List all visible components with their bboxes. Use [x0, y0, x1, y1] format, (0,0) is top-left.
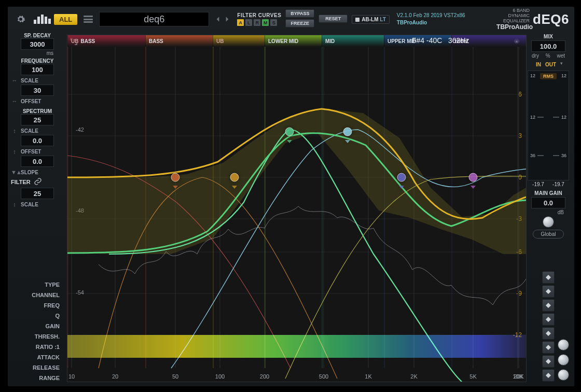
band-header-segment[interactable]: MID [322, 35, 384, 47]
svg-point-41 [397, 173, 406, 181]
svg-text:20: 20 [112, 373, 118, 380]
param-label-attack: ATTACK [11, 352, 64, 362]
mix-pct-label: % [546, 53, 550, 59]
meter-in-button[interactable]: IN [534, 61, 543, 68]
freq-offset-label: OFFSET [21, 99, 41, 104]
freeze-button[interactable]: FREEZE [285, 19, 314, 27]
svg-text:2K: 2K [410, 373, 418, 380]
reset-button[interactable]: RESET [319, 15, 348, 23]
filter-curve-s[interactable]: S [270, 19, 277, 26]
svg-text:-54: -54 [76, 289, 84, 296]
svg-point-37 [171, 173, 179, 181]
meter-mode-rms[interactable]: RMS [540, 73, 557, 79]
filter-link-icon[interactable] [34, 177, 42, 187]
ablm-suffix: LT [380, 17, 385, 22]
value-stepper[interactable] [542, 299, 555, 312]
main-gain-unit: dB [525, 209, 571, 215]
svg-text:1K: 1K [365, 373, 372, 380]
svg-text:-9: -9 [516, 290, 522, 297]
slope-label: SLOPE [21, 170, 38, 175]
spectrum-value[interactable]: 25 [21, 114, 54, 125]
value-stepper[interactable] [542, 369, 555, 382]
filter-curve-l[interactable]: L [245, 19, 252, 26]
meter-expand-icon[interactable]: ▾ [560, 61, 563, 68]
param-knob[interactable] [558, 339, 569, 351]
param-label-type: TYPE [11, 279, 64, 290]
spectrum-label: SPECTRUM [23, 108, 52, 114]
spec-scale-label: SCALE [21, 128, 38, 134]
spec-offset-label: OFFSET [21, 149, 41, 155]
sp-decay-value[interactable]: 3000 [21, 38, 54, 50]
filter-curve-a[interactable]: A [237, 19, 244, 26]
meter-tick: 36 [530, 153, 535, 158]
band-header-segment[interactable]: BASS [145, 35, 213, 47]
spec-scale-value[interactable]: 0.0 [21, 135, 54, 146]
value-stepper[interactable] [542, 355, 555, 368]
value-stepper[interactable] [542, 341, 555, 354]
meter-readout-r: -19.7 [552, 181, 564, 187]
analyzer-bars-icon[interactable] [34, 15, 52, 24]
param-label-channel: CHANNEL [11, 290, 64, 300]
sp-decay-unit: ms [21, 50, 53, 56]
band-all-button[interactable]: ALL [54, 14, 77, 25]
param-label-q: Q [11, 311, 64, 321]
spec-offset-value[interactable]: 0.0 [21, 156, 54, 167]
product-logo: dEQ6 [533, 11, 569, 27]
filter-value[interactable]: 25 [21, 188, 54, 199]
global-button[interactable]: Global [533, 230, 564, 239]
param-label-thresh-: THRESH. [11, 331, 64, 342]
meter-tick: 36 [561, 153, 566, 158]
meter-tick: 12 [530, 115, 535, 120]
preset-display[interactable]: deq6 [99, 12, 209, 26]
ablm-label: AB-LM [362, 17, 378, 22]
main-gain-value[interactable]: 0.0 [531, 197, 565, 208]
version-label: V2.1.0 Feb 28 2019 VST2x86 [397, 12, 465, 19]
band-header-segment[interactable]: LOWER MID [265, 35, 322, 47]
frequency-value[interactable]: 100 [21, 64, 54, 75]
freq-scale-label: SCALE [21, 78, 38, 83]
composite-fill [67, 109, 526, 254]
freq-scale-value[interactable]: 30 [21, 85, 54, 96]
band-header-segment[interactable]: UBBASS [67, 35, 145, 47]
svg-text:5K: 5K [469, 373, 477, 380]
svg-text:10: 10 [68, 373, 75, 380]
svg-text:100: 100 [215, 373, 225, 380]
brand-link[interactable]: TBProAudio [397, 19, 465, 26]
svg-point-42 [469, 173, 477, 181]
bypass-button[interactable]: BYPASS [285, 9, 314, 18]
mix-wet-label: wet [557, 53, 565, 59]
filter-curves-toggles: A L R M S [237, 19, 281, 26]
value-stepper[interactable] [542, 285, 555, 298]
ablm-button[interactable]: AB-LM LT [352, 15, 389, 24]
param-label-gain: GAIN [11, 321, 64, 331]
param-knob[interactable] [558, 354, 569, 366]
meter-out-button[interactable]: OUT [543, 61, 558, 68]
product-tagline: 6 BANDDYNAMICEQUALIZER [496, 8, 530, 23]
knob-main[interactable] [543, 216, 554, 228]
filter-scale-label: SCALE [21, 202, 38, 207]
menu-icon[interactable] [84, 16, 93, 23]
svg-text:50: 50 [172, 373, 178, 380]
preset-next-icon[interactable] [224, 16, 230, 22]
filter-curve-m[interactable]: M [262, 19, 269, 26]
filter-label: FILTER [11, 179, 31, 185]
eq-chart[interactable]: 630-3-6-9-12 -42-48-54 [67, 47, 526, 382]
svg-rect-36 [67, 335, 526, 358]
frequency-label: FREQUENCY [21, 58, 54, 64]
band-header-segment[interactable]: UB [213, 35, 265, 47]
preset-prev-icon[interactable] [215, 16, 221, 22]
meter-scale-top-l: 12 [530, 73, 535, 78]
param-label-release: RELEASE [11, 362, 64, 373]
value-stepper[interactable] [542, 271, 555, 284]
svg-point-40 [343, 128, 352, 136]
filter-curve-r[interactable]: R [254, 19, 260, 26]
param-knob[interactable] [558, 369, 569, 381]
mix-value[interactable]: 100.0 [531, 40, 565, 52]
mix-dry-label: dry [532, 53, 539, 59]
svg-point-38 [230, 173, 239, 181]
value-stepper[interactable] [542, 327, 555, 340]
settings-icon[interactable] [16, 15, 25, 24]
value-stepper[interactable] [542, 313, 555, 326]
param-label-ratio-1: RATIO :1 [11, 342, 64, 352]
meter-readout-l: -19.7 [532, 181, 544, 187]
